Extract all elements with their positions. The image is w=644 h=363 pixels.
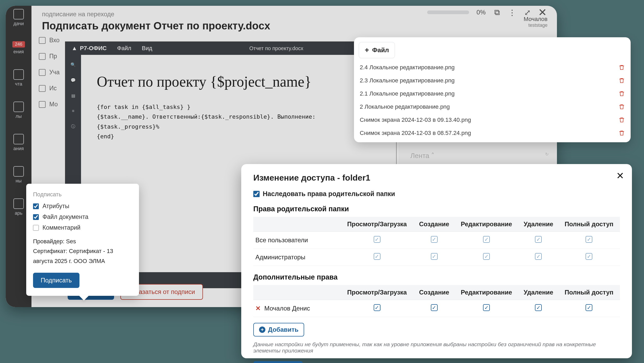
info-icon[interactable]: ⓘ (71, 124, 75, 129)
close-icon[interactable]: ✕ (616, 170, 624, 181)
perm-row: Все пользователи (253, 232, 620, 249)
perm-checkbox[interactable] (431, 304, 438, 311)
file-row: 2.1 Локальное редактирование.png (359, 87, 626, 100)
file-row: 2 Локальное редактирование.png (359, 100, 626, 113)
rail-item[interactable]: чта (13, 69, 24, 87)
perm-checkbox[interactable] (535, 304, 542, 311)
file-panel: + Файл 2.4 Локальное редактирование.png2… (354, 37, 631, 142)
file-row: 2.4 Локальное редактирование.png (359, 61, 626, 74)
more-icon[interactable]: ⋮ (508, 8, 516, 16)
file-row: Снимок экрана 2024-12-03 в 08.57.24.png (359, 127, 626, 140)
docviewer-toolbar: ▲ Р7-ОФИС Файл Вид Отчет по проекту.docx (65, 42, 396, 55)
page-header: подписание на переходе Подписать докумен… (31, 6, 557, 32)
perm-row-name: ✕Мочалов Денис (253, 300, 340, 317)
plus-icon: + (365, 46, 369, 54)
rail-item[interactable]: 246ения (12, 41, 25, 55)
nav-item[interactable]: Пр (39, 53, 60, 60)
nav-item[interactable]: Уча (39, 69, 60, 76)
headings-icon[interactable]: ▤ (71, 93, 75, 98)
doc-filename: Отчет по проекту.docx (249, 45, 303, 51)
menu-view[interactable]: Вид (142, 45, 152, 52)
rail-item[interactable]: ания (13, 134, 24, 151)
perm-col-header: Удаление (519, 285, 558, 300)
perm-checkbox[interactable] (586, 304, 592, 311)
save-button[interactable]: Сохранить (253, 361, 303, 363)
perm-col-header: Полный доступ (558, 285, 620, 300)
popover-info: Провайдер: Ses Сертификат: Сертификат - … (33, 236, 132, 266)
page-title: Подписать документ Отчет по проекту.docx (42, 20, 546, 32)
nav-item[interactable]: Мо (39, 101, 60, 108)
file-name[interactable]: Снимок экрана 2024-12-03 в 09.13.40.png (360, 117, 471, 123)
add-permission-button[interactable]: + Добавить (253, 323, 304, 336)
progress-pct: 0% (476, 9, 486, 16)
file-name[interactable]: 2 Локальное редактирование.png (360, 103, 450, 110)
extra-rights-heading: Дополнительные права (253, 273, 620, 281)
user-name: Мочалов (524, 16, 548, 23)
rail-item[interactable]: арь (13, 198, 24, 216)
file-name[interactable]: Снимок экрана 2024-12-03 в 08.57.24.png (360, 130, 471, 136)
expand-icon[interactable]: ⤢ (523, 8, 531, 16)
refresh-icon[interactable]: ↻ (545, 152, 549, 157)
add-file-button[interactable]: + Файл (359, 42, 395, 58)
paragraph-icon[interactable]: ≡ (72, 109, 74, 113)
delete-file-button[interactable] (619, 77, 625, 84)
perm-checkbox (374, 253, 380, 260)
nav-item[interactable]: Ис (39, 85, 60, 92)
inherit-checkbox[interactable]: Наследовать права родительской папки (253, 190, 620, 198)
delete-file-button[interactable] (619, 117, 625, 123)
close-icon[interactable]: ✕ (539, 8, 546, 16)
perm-checkbox (374, 236, 380, 243)
extra-rights-table: Просмотр/ЗагрузкаСозданиеРедактированиеУ… (253, 285, 620, 317)
feed-label[interactable]: Лента ˄ (410, 152, 434, 160)
parent-rights-heading: Права родительской папки (253, 205, 620, 213)
perm-checkbox[interactable] (374, 304, 380, 311)
perm-checkbox (586, 253, 592, 260)
file-name[interactable]: 2.3 Локальное редактирование.png (360, 77, 455, 84)
user-chip[interactable]: Мочалов teststage (524, 16, 548, 28)
menu-file[interactable]: Файл (117, 45, 131, 52)
file-name[interactable]: 2.1 Локальное редактирование.png (360, 90, 455, 97)
file-list: 2.4 Локальное редактирование.png2.3 Лока… (359, 61, 626, 140)
perm-checkbox (483, 236, 490, 243)
book-icon[interactable]: ⧉ (493, 8, 501, 16)
nav-item[interactable]: Вхо (39, 37, 60, 44)
perm-col-header: Создание (414, 285, 454, 300)
file-row: Снимок экрана 2024-12-03 в 09.13.40.png (359, 113, 626, 127)
perm-col-header: Просмотр/Загрузка (340, 217, 414, 232)
doc-body: {for task in {$all_tasks} } {$task.__nam… (97, 102, 380, 141)
chk-comment[interactable]: Комментарий (33, 224, 132, 231)
chk-docfile[interactable]: Файл документа (33, 213, 132, 220)
delete-file-button[interactable] (619, 130, 625, 136)
popover-sign-button[interactable]: Подписать (33, 273, 79, 288)
sign-popover: Подписать Атрибуты Файл документа Коммен… (26, 184, 139, 296)
parent-rights-table: Просмотр/ЗагрузкаСозданиеРедактированиеУ… (253, 217, 620, 266)
remove-row-button[interactable]: ✕ (255, 305, 261, 312)
doc-heading: Отчет по проекту {$project_name} (97, 73, 380, 90)
perm-row: ✕Мочалов Денис (253, 300, 620, 317)
delete-file-button[interactable] (619, 64, 625, 71)
perm-col-header: Создание (414, 217, 454, 232)
perm-checkbox (483, 253, 490, 260)
chevron-up-icon: ˄ (431, 152, 434, 160)
chk-attributes[interactable]: Атрибуты (33, 203, 132, 210)
search-icon[interactable]: 🔍 (71, 62, 76, 67)
modal-title: Изменение доступа - folder1 (253, 173, 620, 183)
file-name[interactable]: 2.4 Локальное редактирование.png (360, 64, 455, 71)
plus-circle-icon: + (259, 327, 265, 333)
user-sub: teststage (524, 23, 548, 28)
secondary-nav: Вхо Пр Уча Ис Мо (39, 37, 60, 108)
rail-item[interactable]: лы (13, 102, 24, 119)
comments-icon[interactable]: 💬 (71, 78, 76, 83)
settings-note: Данные настройки не будут применены, так… (253, 341, 620, 354)
delete-file-button[interactable] (619, 104, 625, 110)
perm-checkbox (431, 236, 438, 243)
progress-bar (427, 10, 469, 14)
delete-file-button[interactable] (619, 91, 625, 97)
rail-item[interactable]: ны (13, 166, 24, 184)
perm-col-header: Полный доступ (558, 217, 620, 232)
file-row: 2.3 Локальное редактирование.png (359, 74, 626, 87)
perm-checkbox[interactable] (483, 304, 490, 311)
perm-col-header: Редактирование (454, 285, 519, 300)
perm-col-header: Просмотр/Загрузка (340, 285, 414, 300)
rail-item[interactable]: дачи (13, 9, 24, 27)
